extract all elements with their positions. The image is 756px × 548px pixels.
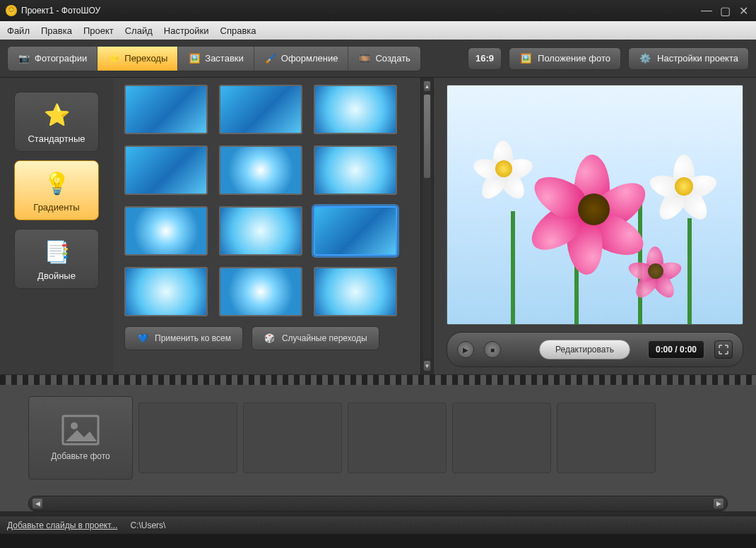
menu-edit[interactable]: Правка	[41, 25, 72, 36]
aspect-ratio-button[interactable]: 16:9	[468, 47, 502, 70]
project-settings-button[interactable]: ⚙️Настройки проекта	[628, 47, 749, 70]
picture-icon: 🖼️	[188, 52, 201, 65]
project-settings-label: Настройки проекта	[657, 53, 738, 64]
gear-icon: ⚙️	[639, 52, 651, 65]
timeline-row[interactable]: Добавьте фото	[0, 385, 756, 490]
menu-slide[interactable]: Слайд	[125, 25, 153, 36]
menu-settings[interactable]: Настройки	[164, 25, 209, 36]
scroll-up-button[interactable]: ▲	[423, 81, 431, 92]
filmstrip-top	[0, 375, 756, 385]
apply-to-all-label: Применить ко всем	[155, 333, 231, 343]
tab-intros-label: Заставки	[205, 53, 243, 64]
menu-project[interactable]: Проект	[83, 25, 114, 36]
transition-grid	[124, 85, 409, 316]
spotlights-icon: 💡	[42, 168, 71, 198]
empty-slot[interactable]	[452, 403, 551, 473]
menu-file[interactable]: Файл	[7, 25, 30, 36]
photo-position-icon: 🖼️	[519, 52, 532, 65]
play-button[interactable]: ▶	[457, 341, 474, 358]
timeline-scrollbar[interactable]: ◀ ▶	[28, 496, 728, 511]
shuffle-icon: 🎲	[264, 332, 276, 345]
empty-slot[interactable]	[557, 403, 656, 473]
apply-to-all-button[interactable]: 💙Применить ко всем	[124, 326, 243, 350]
transition-thumb[interactable]	[124, 206, 208, 256]
tab-photos-label: Фотографии	[35, 53, 87, 64]
star-icon: ⭐	[107, 52, 120, 65]
window-title: Проект1 - ФотоШОУ	[21, 6, 100, 16]
scroll-down-button[interactable]: ▼	[423, 360, 431, 371]
main-tabs: 📷Фотографии ⭐Переходы 🖼️Заставки 🖌️Оформ…	[7, 46, 421, 71]
transition-thumb[interactable]	[124, 145, 208, 195]
category-double[interactable]: 📑 Двойные	[14, 229, 99, 289]
photo-position-label: Положение фото	[538, 53, 610, 64]
maximize-button[interactable]: ▢	[718, 4, 732, 17]
transition-thumb[interactable]	[219, 206, 302, 256]
random-transitions-button[interactable]: 🎲Случайные переходы	[252, 326, 379, 350]
scroll-thumb[interactable]	[423, 94, 431, 179]
film-icon: 🎞️	[358, 52, 371, 65]
add-photo-label: Добавьте фото	[51, 451, 110, 461]
scroll-track[interactable]	[423, 94, 431, 358]
fullscreen-icon	[719, 345, 728, 355]
add-photo-slot[interactable]: Добавьте фото	[28, 396, 133, 480]
time-display: 0:00 / 0:00	[648, 340, 704, 359]
timeline-scroll-left[interactable]: ◀	[32, 498, 43, 509]
notes-icon: 📑	[42, 237, 71, 266]
transition-thumb[interactable]	[314, 85, 397, 134]
transition-thumb[interactable]	[314, 206, 397, 256]
transition-thumb[interactable]	[124, 85, 208, 134]
empty-slot[interactable]	[243, 403, 342, 473]
heart-icon: 💙	[136, 332, 149, 345]
empty-slot[interactable]	[348, 403, 447, 473]
tab-intros[interactable]: 🖼️Заставки	[178, 47, 254, 71]
transition-thumb[interactable]	[219, 145, 302, 195]
category-standard-label: Стандартные	[28, 133, 85, 144]
category-gradients[interactable]: 💡 Градиенты	[14, 160, 99, 220]
photo-position-button[interactable]: 🖼️Положение фото	[509, 47, 621, 70]
tab-transitions-label: Переходы	[124, 53, 167, 64]
tab-create-label: Создать	[375, 53, 410, 64]
menubar: Файл Правка Проект Слайд Настройки Справ…	[0, 21, 756, 40]
tab-design-label: Оформление	[281, 53, 338, 64]
transition-thumb[interactable]	[219, 85, 302, 134]
preview-image	[447, 85, 743, 324]
fullscreen-button[interactable]	[714, 340, 733, 359]
category-double-label: Двойные	[37, 270, 76, 281]
status-hint[interactable]: Добавьте слайды в проект...	[7, 520, 117, 530]
tab-photos[interactable]: 📷Фотографии	[8, 47, 98, 71]
tab-create[interactable]: 🎞️Создать	[348, 47, 420, 71]
status-path: C:\Users\	[130, 520, 165, 530]
camera-icon: 📷	[18, 52, 30, 65]
empty-slot[interactable]	[138, 403, 237, 473]
playback-controls: ▶ ■ Редактировать 0:00 / 0:00	[447, 332, 743, 367]
tab-design[interactable]: 🖌️Оформление	[254, 47, 349, 71]
menu-help[interactable]: Справка	[220, 25, 256, 36]
brush-icon: 🖌️	[264, 52, 277, 65]
image-placeholder-icon	[61, 415, 100, 446]
transition-thumb[interactable]	[314, 267, 397, 316]
category-list: ⭐ Стандартные 💡 Градиенты 📑 Двойные	[0, 78, 113, 374]
transition-thumb[interactable]	[314, 145, 397, 195]
timeline-scroll-right[interactable]: ▶	[713, 498, 724, 509]
thumb-scrollbar[interactable]: ▲ ▼	[420, 78, 433, 374]
tab-transitions[interactable]: ⭐Переходы	[98, 47, 178, 71]
transition-thumb[interactable]	[219, 267, 302, 316]
star-icon: ⭐	[42, 100, 71, 129]
random-transitions-label: Случайные переходы	[282, 333, 367, 343]
stop-button[interactable]: ■	[484, 341, 501, 358]
app-logo-icon	[6, 5, 17, 16]
filmstrip-bottom	[0, 511, 756, 516]
category-standard[interactable]: ⭐ Стандартные	[14, 92, 99, 152]
svg-point-1	[71, 422, 78, 429]
edit-button[interactable]: Редактировать	[539, 340, 630, 359]
category-gradients-label: Градиенты	[33, 202, 79, 213]
close-button[interactable]: ✕	[736, 4, 750, 17]
preview-area	[447, 85, 743, 325]
transition-thumb[interactable]	[124, 267, 208, 316]
minimize-button[interactable]: —	[699, 4, 714, 17]
